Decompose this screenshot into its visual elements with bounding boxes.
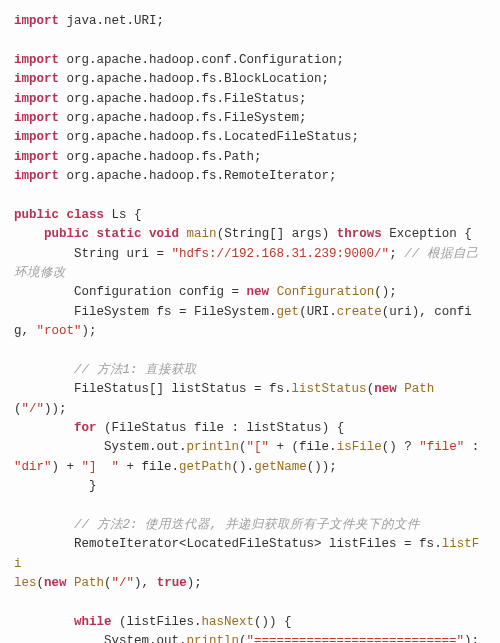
string-literal: "/" bbox=[112, 576, 135, 590]
import-path: org.apache.hadoop.fs.RemoteIterator bbox=[67, 169, 330, 183]
method-hasnext: hasNext bbox=[202, 615, 255, 629]
kw-void: void bbox=[149, 227, 179, 241]
ctor-configuration: Configuration bbox=[277, 285, 375, 299]
type-string: String bbox=[74, 247, 119, 261]
kw-new: new bbox=[44, 576, 67, 590]
import-path: org.apache.hadoop.fs.FileStatus bbox=[67, 92, 300, 106]
kw-true: true bbox=[157, 576, 187, 590]
string-literal: "/" bbox=[22, 402, 45, 416]
java-source-code: import java.net.URI; import org.apache.h… bbox=[0, 0, 500, 643]
import-path: org.apache.hadoop.fs.LocatedFileStatus bbox=[67, 130, 352, 144]
string-literal: "hdfs://192.168.31.239:9000/" bbox=[172, 247, 390, 261]
import-path: java.net.URI bbox=[67, 14, 157, 28]
string-literal: "root" bbox=[37, 324, 82, 338]
var-config: config bbox=[179, 285, 224, 299]
method-liststatus: listStatus bbox=[292, 382, 367, 396]
kw-for: for bbox=[74, 421, 97, 435]
type-remoteiterator: RemoteIterator<LocatedFileStatus> bbox=[74, 537, 322, 551]
ctor-path: Path bbox=[74, 576, 104, 590]
method-main: main bbox=[187, 227, 217, 241]
comment-method1: // 方法1: 直接获取 bbox=[74, 363, 197, 377]
kw-import: import bbox=[14, 111, 59, 125]
string-literal: "] " bbox=[82, 460, 120, 474]
kw-import: import bbox=[14, 92, 59, 106]
kw-import: import bbox=[14, 72, 59, 86]
kw-new: new bbox=[247, 285, 270, 299]
method-println: println bbox=[187, 440, 240, 454]
type-configuration: Configuration bbox=[74, 285, 172, 299]
string-literal: "file" bbox=[419, 440, 464, 454]
var-fs: fs bbox=[157, 305, 172, 319]
sysout: System.out. bbox=[104, 634, 187, 643]
var-args: args bbox=[292, 227, 322, 241]
var-listfiles: listFiles bbox=[329, 537, 397, 551]
type-filesystem: FileSystem bbox=[74, 305, 149, 319]
string-literal: "[" bbox=[247, 440, 270, 454]
method-getpath: getPath bbox=[179, 460, 232, 474]
kw-public: public bbox=[14, 208, 59, 222]
method-get: get bbox=[277, 305, 300, 319]
kw-import: import bbox=[14, 130, 59, 144]
var-liststatus: listStatus bbox=[172, 382, 247, 396]
string-literal: "===========================" bbox=[247, 634, 465, 643]
kw-new: new bbox=[374, 382, 397, 396]
kw-while: while bbox=[74, 615, 112, 629]
class-name: Ls bbox=[112, 208, 127, 222]
method-create: create bbox=[337, 305, 382, 319]
kw-import: import bbox=[14, 53, 59, 67]
kw-class: class bbox=[67, 208, 105, 222]
kw-throws: throws bbox=[337, 227, 382, 241]
kw-import: import bbox=[14, 169, 59, 183]
import-path: org.apache.hadoop.fs.BlockLocation bbox=[67, 72, 322, 86]
method-getname: getName bbox=[254, 460, 307, 474]
kw-import: import bbox=[14, 150, 59, 164]
sysout: System.out. bbox=[104, 440, 187, 454]
import-path: org.apache.hadoop.fs.FileSystem bbox=[67, 111, 300, 125]
string-literal: "dir" bbox=[14, 460, 52, 474]
import-path: org.apache.hadoop.fs.Path bbox=[67, 150, 255, 164]
kw-public: public bbox=[44, 227, 89, 241]
import-path: org.apache.hadoop.conf.Configuration bbox=[67, 53, 337, 67]
kw-static: static bbox=[97, 227, 142, 241]
type-exception: Exception bbox=[389, 227, 457, 241]
type-filestatus-arr: FileStatus[] bbox=[74, 382, 164, 396]
method-println: println bbox=[187, 634, 240, 643]
var-uri: uri bbox=[127, 247, 150, 261]
type-stringarr: String[] bbox=[224, 227, 284, 241]
method-isfile: isFile bbox=[337, 440, 382, 454]
ctor-path: Path bbox=[404, 382, 434, 396]
var-file: file bbox=[194, 421, 224, 435]
kw-import: import bbox=[14, 14, 59, 28]
comment-method2: // 方法2: 使用迭代器, 并递归获取所有子文件夹下的文件 bbox=[74, 518, 420, 532]
